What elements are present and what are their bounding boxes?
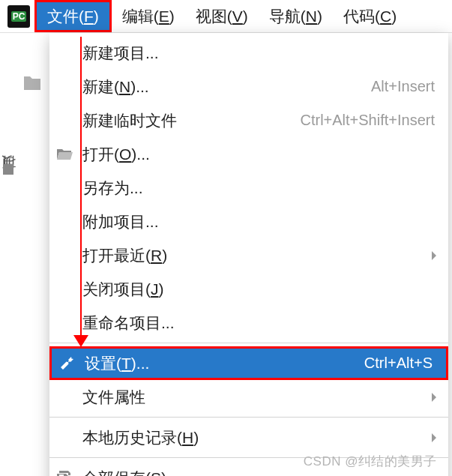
watermark-text: CSDN @纠结的美男子 [304, 453, 437, 470]
shortcut-text: Ctrl+Alt+Shift+Insert [300, 112, 448, 129]
menu-code-mnemonic: C [380, 7, 391, 25]
annotation-arrow-head-icon [73, 335, 88, 347]
menu-view-label-post: ) [243, 7, 248, 25]
folder-icon [22, 75, 42, 91]
menu-item-close-project[interactable]: 关闭项目(J) [49, 272, 448, 306]
menu-file[interactable]: 文件(F) [34, 0, 112, 32]
chevron-right-icon [430, 433, 438, 443]
chevron-right-icon [430, 392, 438, 403]
menu-separator [49, 417, 448, 418]
chevron-right-icon [430, 250, 438, 261]
file-menu-dropdown: 新建项目... 新建(N)... Alt+Insert 新建临时文件 Ctrl+… [49, 33, 448, 476]
menu-item-new-project[interactable]: 新建项目... [49, 36, 448, 70]
menu-code[interactable]: 代码(C) [333, 0, 407, 32]
menu-item-file-properties[interactable]: 文件属性 [49, 380, 448, 414]
menu-item-rename-project[interactable]: 重命名项目... [49, 306, 448, 340]
menu-item-attach-project[interactable]: 附加项目... [49, 205, 448, 238]
project-icon [3, 164, 13, 175]
menu-nav-mnemonic: N [306, 7, 317, 25]
menu-edit[interactable]: 编辑(E) [112, 0, 185, 32]
menu-code-label-post: ) [391, 7, 397, 25]
save-all-icon [49, 470, 79, 477]
menu-file-label-post: ) [94, 7, 99, 25]
annotation-arrow-icon [80, 37, 82, 337]
menu-item-open[interactable]: 打开(O)... [49, 137, 448, 171]
shortcut-text: Ctrl+Alt+S [364, 355, 446, 372]
menu-nav-label-pre: 导航( [269, 6, 306, 27]
menu-item-open-recent[interactable]: 打开最近(R) [49, 238, 448, 272]
open-folder-icon [49, 148, 79, 161]
menu-file-label-pre: 文件( [47, 6, 84, 27]
menu-item-local-history[interactable]: 本地历史记录(H) [49, 421, 448, 454]
app-icon-text: PC [11, 11, 27, 22]
menu-navigate[interactable]: 导航(N) [259, 0, 333, 32]
menu-item-new[interactable]: 新建(N)... Alt+Insert [49, 70, 448, 103]
menu-item-save-as[interactable]: 另存为... [49, 171, 448, 205]
menu-view-label-pre: 视图( [196, 6, 232, 27]
menu-file-mnemonic: F [84, 7, 94, 25]
menu-separator [49, 343, 448, 343]
app-icon: PC [7, 5, 30, 28]
editor-gutter: 项目 [0, 33, 49, 476]
sidebar-tab-project[interactable]: 项目 [0, 138, 16, 205]
menu-view[interactable]: 视图(V) [185, 0, 259, 32]
menu-view-mnemonic: V [232, 7, 243, 25]
menu-code-label-pre: 代码( [343, 6, 380, 27]
menu-bar: PC 文件(F) 编辑(E) 视图(V) 导航(N) 代码(C) [0, 0, 452, 33]
wrench-icon [52, 355, 82, 372]
menu-edit-label-pre: 编辑( [122, 6, 159, 27]
menu-item-new-scratch[interactable]: 新建临时文件 Ctrl+Alt+Shift+Insert [49, 103, 448, 137]
menu-edit-mnemonic: E [159, 7, 169, 25]
menu-item-settings[interactable]: 设置(T)... Ctrl+Alt+S [49, 346, 448, 380]
menu-edit-label-post: ) [169, 7, 175, 25]
menu-nav-label-post: ) [317, 7, 322, 25]
shortcut-text: Alt+Insert [371, 78, 448, 95]
